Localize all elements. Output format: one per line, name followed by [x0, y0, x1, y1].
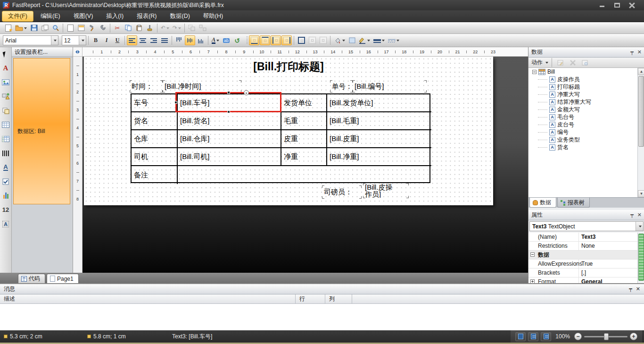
font-color-button[interactable]: A — [210, 35, 221, 45]
redo-button[interactable]: ↷ — [171, 23, 182, 33]
valign-top-button[interactable] — [174, 35, 184, 45]
new-band-button[interactable] — [76, 23, 86, 33]
resize-handle-bottom[interactable] — [227, 110, 230, 113]
menu-edit[interactable]: 编辑(E) — [34, 11, 66, 22]
table-cell[interactable]: [Bill.仓库] — [178, 130, 281, 148]
zoom-slider-track[interactable] — [584, 336, 627, 337]
ungroup-button[interactable] — [198, 23, 208, 33]
close-panel-icon[interactable]: ✕ — [636, 286, 640, 292]
close-panel-icon[interactable]: ✕ — [637, 49, 642, 55]
tree-field-item[interactable]: A 皮操作员 — [528, 76, 644, 83]
zoom-out-button[interactable]: − — [574, 333, 582, 340]
no-value-object[interactable]: [Bill.编号] — [353, 80, 427, 92]
table-cell[interactable]: [Bill.毛重] — [327, 112, 431, 130]
object-selector-combo[interactable]: Text3 TextObject — [529, 221, 644, 231]
selected-cell-highlight[interactable] — [175, 92, 281, 112]
line-style-button[interactable] — [387, 35, 401, 45]
table-object-button[interactable] — [1, 120, 11, 130]
delete-datasource-button[interactable] — [568, 58, 578, 67]
table-cell[interactable]: 皮重 — [281, 130, 327, 148]
font-name-dropdown[interactable] — [51, 36, 58, 45]
options-button[interactable] — [98, 23, 108, 33]
ruler-corner[interactable] — [73, 47, 83, 57]
zoom-100-view-button[interactable] — [541, 332, 551, 341]
table-cell[interactable]: [Bill.发货单位] — [327, 94, 431, 112]
open-button[interactable] — [14, 23, 28, 33]
tab-page1[interactable]: Page1 — [47, 274, 79, 283]
shape-object-button[interactable] — [1, 92, 11, 101]
border-right-button[interactable] — [281, 35, 292, 45]
tree-node-bill[interactable]: Bill — [528, 68, 644, 76]
property-value[interactable]: True — [579, 260, 644, 267]
line-width-button[interactable] — [372, 35, 386, 45]
close-panel-icon[interactable]: ✕ — [637, 212, 642, 218]
band-config-header[interactable]: 设置报表栏... — [12, 47, 73, 57]
tab-report-tree[interactable]: 报表树 — [557, 198, 590, 208]
copy-button[interactable] — [123, 23, 133, 33]
tab-code[interactable]: 代码 — [18, 274, 45, 283]
richtext-object-button[interactable]: A — [1, 162, 11, 172]
new-report-button[interactable]: ★ — [3, 23, 13, 33]
subreport-object-button[interactable] — [1, 106, 11, 116]
property-value[interactable]: None — [579, 243, 644, 249]
menu-insert[interactable]: 插入(I) — [100, 11, 130, 22]
view-data-button[interactable] — [580, 58, 590, 67]
table-cell[interactable]: 毛重 — [281, 112, 327, 130]
table-cell[interactable]: [Bill.净重] — [327, 148, 431, 166]
table-cell[interactable]: [Bill.司机] — [178, 148, 281, 166]
preview-button[interactable] — [50, 23, 61, 33]
table-cell[interactable]: 司机 — [132, 148, 178, 166]
minimize-button[interactable] — [599, 2, 605, 8]
font-size-combo[interactable]: 12 — [62, 35, 86, 45]
highlight-button[interactable]: ab — [221, 35, 231, 45]
smart-tag-icon[interactable] — [244, 90, 249, 95]
configure-bands-button[interactable] — [87, 23, 97, 33]
table-cell[interactable]: [Bill.皮重] — [327, 130, 431, 148]
property-category[interactable]: 数据 — [528, 251, 644, 259]
fill-color-button[interactable] — [332, 35, 347, 45]
table-cell[interactable]: 发货单位 — [281, 94, 327, 112]
edit-datasource-button[interactable] — [555, 58, 566, 67]
object-selector-dropdown[interactable] — [636, 222, 643, 231]
border-none-button[interactable] — [307, 35, 317, 45]
data-band-strip[interactable]: 数据区: Bill — [13, 58, 70, 204]
tree-field-item[interactable]: A 业务类型 — [528, 136, 644, 143]
whole-page-view-button[interactable] — [528, 332, 538, 341]
line-color-button[interactable] — [358, 35, 372, 45]
table-cell[interactable]: [Bill.货名] — [178, 112, 281, 130]
cellular-text-button[interactable]: A — [1, 219, 11, 229]
tab-data[interactable]: 数据 — [529, 198, 556, 208]
pin-icon[interactable]: ┯ — [630, 49, 634, 55]
group-button[interactable] — [187, 23, 197, 33]
report-page[interactable]: [Bill.打印标题] 时间： [Bill.净时间] 单号： [Bill.编号]… — [84, 57, 493, 205]
resize-handle-top[interactable] — [227, 91, 230, 94]
zoom-slider-thumb[interactable] — [604, 333, 609, 340]
text-object-button[interactable]: A — [1, 63, 11, 73]
undo-button[interactable]: ↶ — [159, 23, 171, 33]
table-cell[interactable]: 车号 — [132, 94, 178, 112]
tree-field-item[interactable]: A 货名 — [528, 143, 644, 151]
font-size-dropdown[interactable] — [79, 36, 86, 45]
border-left-button[interactable] — [271, 35, 281, 45]
border-top-button[interactable] — [260, 35, 270, 45]
menu-file[interactable]: 文件(F) — [2, 11, 33, 22]
page-copy-button[interactable] — [40, 23, 50, 33]
weigher-label-object[interactable]: 司磅员： — [322, 185, 362, 199]
column-description[interactable]: 描述 — [0, 294, 296, 303]
close-button[interactable] — [629, 2, 636, 8]
collapse-icon[interactable] — [532, 70, 537, 74]
operator-value-object[interactable]: [Bill.皮操作员] — [363, 183, 409, 198]
tree-field-item[interactable]: A 金额大写 — [528, 106, 644, 113]
border-all-button[interactable] — [296, 35, 306, 45]
column-col[interactable]: 列 — [325, 294, 352, 303]
matrix-object-button[interactable] — [1, 134, 11, 144]
tree-field-item[interactable]: A 结算净重大写 — [528, 98, 644, 106]
bold-button[interactable]: B — [91, 35, 101, 45]
zoom-in-button[interactable]: + — [630, 333, 637, 340]
picture-object-button[interactable] — [1, 77, 11, 87]
select-tool-button[interactable] — [1, 49, 11, 59]
table-cell[interactable]: 货名 — [132, 112, 178, 130]
checkbox-object-button[interactable] — [1, 176, 11, 186]
table-cell-merged[interactable] — [178, 166, 431, 184]
valign-center-button[interactable] — [185, 35, 195, 45]
